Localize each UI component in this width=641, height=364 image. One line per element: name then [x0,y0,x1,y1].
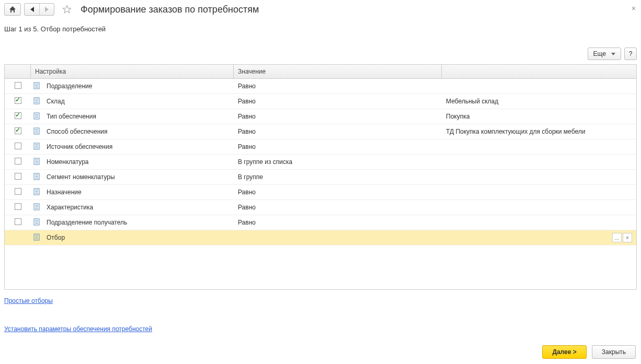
row-value: Равно [234,217,442,228]
row-name: Склад [42,96,234,107]
filter-icon [33,158,40,165]
checkbox[interactable] [15,158,21,165]
row-icon-cell [31,125,42,138]
close-footer-button[interactable]: Закрыть [592,345,636,359]
row-name: Подразделение получатель [42,217,234,228]
set-params-link[interactable]: Установить параметры обеспечения потребн… [4,325,637,333]
row-checkbox-cell [5,140,31,153]
filter-icon [33,112,40,120]
row-name: Сегмент номенклатуры [42,171,234,183]
table-row-selected[interactable]: Отбор ... × [5,230,636,245]
row-comp [442,160,636,164]
row-icon-cell [31,186,42,199]
row-value: Равно [234,186,442,198]
table-row[interactable]: Сегмент номенклатуры В группе [5,170,636,185]
table-row[interactable]: Способ обеспечения Равно ТД Покупка комп… [5,124,636,139]
row-checkbox-cell [5,201,31,214]
table-row[interactable]: Подразделение Равно [5,79,636,94]
help-button[interactable]: ? [624,48,637,60]
col-setting: Настройка [31,65,234,78]
checkbox[interactable] [15,203,21,210]
row-comp: ... × [442,231,636,244]
filter-icon [33,218,40,226]
row-value [234,236,442,240]
table-row[interactable]: Подразделение получатель Равно [5,215,636,230]
clear-button[interactable]: × [623,233,632,242]
row-value: В группе из списка [234,156,442,168]
row-checkbox-cell [5,125,31,138]
row-comp [442,190,636,194]
filter-table: Настройка Значение Подразделение Равно С… [4,64,637,290]
row-checkbox-cell [5,156,31,168]
row-icon-cell [31,171,42,184]
row-value: Равно [234,96,442,107]
checkbox[interactable] [15,173,21,180]
table-row[interactable]: Номенклатура В группе из списка [5,155,636,170]
row-comp [442,205,636,209]
nav-group [24,3,54,16]
row-icon-cell [31,110,42,123]
more-button[interactable]: Еще [588,48,621,60]
checkbox[interactable] [15,188,21,195]
row-comp: Мебельный склад [442,96,636,107]
table-row[interactable]: Склад Равно Мебельный склад [5,94,636,109]
checkbox[interactable] [15,82,21,89]
favorite-button[interactable] [61,3,73,16]
row-icon-cell [31,80,42,93]
row-name: Назначение [42,186,234,198]
row-icon-cell [31,231,42,244]
row-checkbox-cell [5,171,31,183]
simple-filters-link[interactable]: Простые отборы [4,297,637,304]
checkbox[interactable] [15,143,21,149]
row-checkbox-cell [5,95,31,108]
row-name: Характеристика [42,202,234,213]
col-value: Значение [234,65,442,78]
table-row[interactable]: Назначение Равно [5,185,636,200]
filter-icon [33,127,40,135]
row-value: Равно [234,80,442,92]
forward-button[interactable] [39,4,54,15]
row-comp: Покупка [442,111,636,122]
back-button[interactable] [25,4,39,15]
row-value: Равно [234,202,442,213]
filter-icon [33,97,40,104]
row-name: Способ обеспечения [42,126,234,137]
next-button[interactable]: Далее > [542,345,586,359]
row-icon-cell [31,156,42,169]
row-name: Тип обеспечения [42,111,234,122]
row-value: Равно [234,126,442,137]
table-row[interactable]: Тип обеспечения Равно Покупка [5,109,636,124]
row-comp [442,84,636,88]
checkbox[interactable] [15,218,21,225]
row-checkbox-cell [5,216,31,229]
close-button[interactable]: × [632,4,636,13]
col-checkbox [5,65,31,78]
page-title: Формирование заказов по потребностям [81,4,259,15]
filter-icon [33,143,40,150]
row-name: Подразделение [42,80,234,92]
row-checkbox-cell [5,236,31,240]
checkbox[interactable] [15,97,21,104]
row-value: В группе [234,171,442,183]
row-checkbox-cell [5,110,31,123]
filter-icon [33,233,40,241]
filter-icon [33,203,40,210]
row-name: Источник обеспечения [42,141,234,152]
step-subtitle: Шаг 1 из 5. Отбор потребностей [0,19,641,45]
row-icon-cell [31,201,42,214]
table-row[interactable]: Характеристика Равно [5,200,636,215]
row-checkbox-cell [5,80,31,92]
chevron-down-icon [611,53,615,55]
star-icon [62,5,72,14]
checkbox[interactable] [15,127,21,134]
checkbox[interactable] [15,112,21,119]
table-row[interactable]: Источник обеспечения Равно [5,139,636,155]
ellipsis-button[interactable]: ... [612,233,622,242]
arrow-right-icon [45,7,49,12]
home-button[interactable] [4,3,21,16]
home-icon [9,6,16,13]
table-header: Настройка Значение [5,65,636,79]
row-comp [442,220,636,225]
filter-icon [33,173,40,180]
row-icon-cell [31,95,42,108]
